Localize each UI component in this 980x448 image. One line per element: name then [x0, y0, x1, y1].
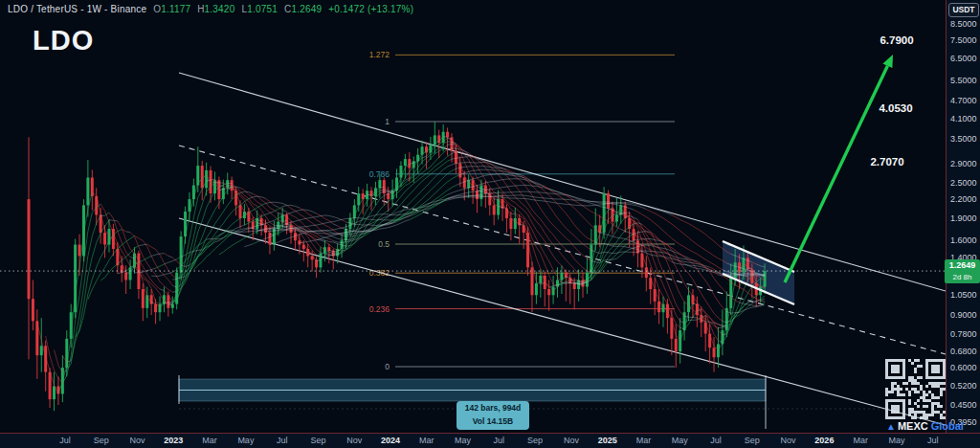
- bar-countdown: 2d 8h: [945, 272, 980, 282]
- high-value: 1.3420: [205, 4, 235, 14]
- qr-code: [885, 359, 946, 419]
- price-tick: 0.6000: [950, 363, 977, 372]
- mexc-brand-text: MEXC: [898, 420, 928, 432]
- trading-chart-app: 1.27210.7860.50.3820.23606.79004.05302.7…: [0, 0, 980, 448]
- price-tick: 0.4500: [950, 400, 977, 410]
- bull-flag-fill: [723, 241, 794, 304]
- price-axis[interactable]: 8.50007.50006.50005.50004.70004.10003.50…: [946, 0, 980, 433]
- price-tick: 0.7800: [950, 329, 977, 339]
- fib-retracement: 1.27210.7860.50.3820.2360: [369, 50, 675, 371]
- close-value: 1.2649: [291, 4, 322, 14]
- fib-label-1: 1: [385, 117, 390, 126]
- measure-band: [179, 375, 946, 429]
- chart-canvas[interactable]: 1.27210.7860.50.3820.23606.79004.05302.7…: [0, 0, 946, 433]
- price-tick: 1.6000: [950, 235, 977, 245]
- fib-label-0.382: 0.382: [369, 268, 390, 278]
- change-value: +0.1472 (+13.17%): [328, 4, 413, 14]
- open-label: O: [153, 4, 161, 14]
- price-chart-svg[interactable]: 1.27210.7860.50.3820.23606.79004.05302.7…: [0, 0, 946, 433]
- price-tick: 1.9000: [950, 213, 977, 223]
- price-tick: 0.6800: [950, 347, 977, 356]
- time-tick: Jul: [912, 436, 954, 445]
- price-tick: 5.5000: [950, 76, 977, 85]
- price-tick: 3.5000: [950, 134, 977, 144]
- fib-label-1.272: 1.272: [369, 50, 390, 59]
- price-tick: 2.2000: [950, 194, 977, 204]
- last-price-label[interactable]: 1.2649 2d 8h: [945, 259, 980, 283]
- price-target-label: 2.7070: [870, 156, 903, 168]
- mexc-global-logo: ▲MEXCGlobal: [886, 420, 964, 432]
- price-tick: 1.0500: [950, 290, 977, 300]
- measure-tool-label: 142 bars, 994d Vol 14.15B: [457, 401, 529, 430]
- last-price-value: 1.2649: [945, 259, 980, 272]
- open-value: 1.1177: [161, 4, 190, 14]
- time-axis[interactable]: JulSepNov2023MarMayJulSepNov2024MarMayJu…: [0, 433, 980, 448]
- high-label: H: [197, 4, 204, 14]
- low-value: 1.0751: [247, 4, 278, 14]
- price-tick: 2.5000: [950, 178, 977, 188]
- price-tick: 8.5000: [950, 19, 977, 29]
- price-target-label: 6.7900: [880, 34, 913, 46]
- measure-volume-text: Vol 14.15B: [457, 414, 529, 428]
- price-tick: 7.5000: [950, 35, 977, 45]
- fib-label-0.5: 0.5: [378, 239, 390, 249]
- projection-arrow: [785, 55, 893, 282]
- price-tick: 4.7000: [950, 96, 977, 105]
- symbol-header[interactable]: LDO / TetherUS - 1W - BinanceO1.1177H1.3…: [8, 4, 413, 14]
- price-target-label: 4.0530: [879, 102, 912, 114]
- measure-bars-text: 142 bars, 994d: [457, 401, 529, 414]
- price-tick: 0.9000: [950, 310, 977, 320]
- mexc-suffix-text: Global: [931, 420, 964, 432]
- currency-toggle-button[interactable]: USDT: [948, 3, 979, 17]
- ldo-watermark: LDO: [33, 25, 94, 56]
- price-tick: 6.5000: [950, 54, 977, 63]
- price-tick: 4.1000: [950, 114, 977, 123]
- symbol-title[interactable]: LDO / TetherUS - 1W - Binance: [8, 4, 146, 14]
- trend-channel: [179, 73, 946, 425]
- mexc-triangle-icon: ▲: [886, 421, 896, 432]
- fib-label-0: 0: [385, 362, 390, 371]
- fib-label-0.236: 0.236: [369, 304, 390, 314]
- price-tick: 2.9000: [950, 159, 977, 168]
- price-tick: 0.5200: [950, 381, 977, 391]
